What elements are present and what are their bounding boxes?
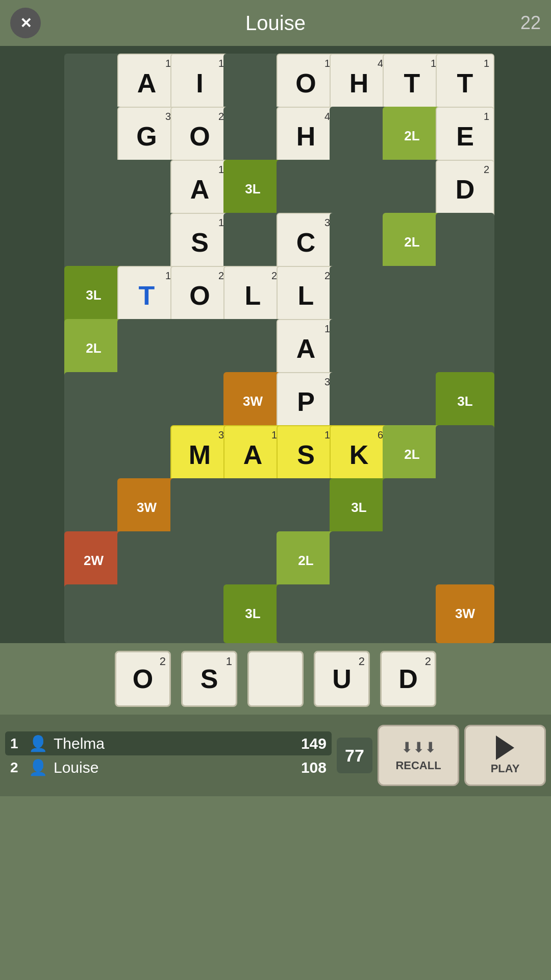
board-cell-1-5[interactable]: [330, 107, 388, 165]
rack-tile-3[interactable]: U2: [314, 651, 370, 707]
board-cell-1-3[interactable]: [223, 107, 282, 165]
board-cell-3-0[interactable]: [64, 213, 123, 272]
board-cell-2-6[interactable]: [383, 160, 441, 218]
board-cell-10-2[interactable]: [170, 584, 229, 643]
board-cell-7-4[interactable]: S1: [277, 425, 335, 484]
board-cell-10-4[interactable]: [277, 584, 335, 643]
rack-tile-1[interactable]: S1: [181, 651, 237, 707]
board-cell-9-3[interactable]: [223, 531, 282, 590]
board-cell-9-7[interactable]: [436, 531, 494, 590]
board-cell-3-5[interactable]: [330, 213, 388, 272]
recall-button[interactable]: ⬇⬇⬇ RECALL: [378, 725, 459, 786]
board-cell-6-3[interactable]: 3W: [223, 372, 282, 431]
board-cell-10-6[interactable]: [383, 584, 441, 643]
board-cell-7-5[interactable]: K6: [330, 425, 388, 484]
board-cell-4-4[interactable]: L2: [277, 266, 335, 325]
board-cell-7-7[interactable]: [436, 425, 494, 484]
board-cell-5-7[interactable]: [436, 319, 494, 378]
board-cell-7-0[interactable]: [64, 425, 123, 484]
board-cell-2-1[interactable]: [117, 160, 176, 218]
board-cell-5-5[interactable]: [330, 319, 388, 378]
board-cell-0-2[interactable]: I1: [170, 54, 229, 112]
board-cell-1-0[interactable]: [64, 107, 123, 165]
board-cell-10-5[interactable]: [330, 584, 388, 643]
board-cell-6-6[interactable]: [383, 372, 441, 431]
board-cell-10-7[interactable]: 3W: [436, 584, 494, 643]
board-cell-1-1[interactable]: G3: [117, 107, 176, 165]
board-cell-8-0[interactable]: [64, 478, 123, 537]
board-cell-0-6[interactable]: T1: [383, 54, 441, 112]
board-cell-2-5[interactable]: [330, 160, 388, 218]
board-cell-9-2[interactable]: [170, 531, 229, 590]
board-cell-0-0[interactable]: [64, 54, 123, 112]
board-cell-10-1[interactable]: [117, 584, 176, 643]
board-cell-1-6[interactable]: 2L: [383, 107, 441, 165]
board-cell-7-2[interactable]: M3: [170, 425, 229, 484]
rack-tile-letter-4: D: [398, 666, 418, 692]
board-cell-6-4[interactable]: P3: [277, 372, 335, 431]
board-cell-3-7[interactable]: [436, 213, 494, 272]
rack-tile-0[interactable]: O2: [115, 651, 171, 707]
board-cell-5-1[interactable]: [117, 319, 176, 378]
board-cell-5-0[interactable]: 2L: [64, 319, 123, 378]
close-button[interactable]: [10, 8, 41, 38]
board-cell-4-5[interactable]: [330, 266, 388, 325]
bonus-label-6-3: 3W: [243, 394, 263, 409]
board-cell-8-7[interactable]: [436, 478, 494, 537]
board-cell-5-4[interactable]: A1: [277, 319, 335, 378]
board-cell-1-7[interactable]: E1: [436, 107, 494, 165]
rack-tile-4[interactable]: D2: [380, 651, 436, 707]
board-cell-6-5[interactable]: [330, 372, 388, 431]
board-cell-7-1[interactable]: [117, 425, 176, 484]
board-cell-8-3[interactable]: [223, 478, 282, 537]
board-cell-0-5[interactable]: H4: [330, 54, 388, 112]
board-cell-3-3[interactable]: [223, 213, 282, 272]
board-cell-4-3[interactable]: L2: [223, 266, 282, 325]
board-cell-6-0[interactable]: [64, 372, 123, 431]
board-cell-0-3[interactable]: [223, 54, 282, 112]
board-cell-4-7[interactable]: [436, 266, 494, 325]
board-cell-4-2[interactable]: O2: [170, 266, 229, 325]
board-cell-10-3[interactable]: 3L: [223, 584, 282, 643]
board-cell-10-0[interactable]: [64, 584, 123, 643]
board-cell-2-2[interactable]: A1: [170, 160, 229, 218]
board-cell-8-5[interactable]: 3L: [330, 478, 388, 537]
board-cell-4-0[interactable]: 3L: [64, 266, 123, 325]
rack-tile-2[interactable]: [247, 651, 304, 707]
board-cell-7-3[interactable]: A1: [223, 425, 282, 484]
board-cell-1-2[interactable]: O2: [170, 107, 229, 165]
board-cell-0-1[interactable]: A1: [117, 54, 176, 112]
board-cell-0-7[interactable]: T1: [436, 54, 494, 112]
board-cell-7-6[interactable]: 2L: [383, 425, 441, 484]
board-cell-9-5[interactable]: [330, 531, 388, 590]
board-cell-6-1[interactable]: [117, 372, 176, 431]
board-cell-3-4[interactable]: C3: [277, 213, 335, 272]
board-cell-2-3[interactable]: 3L: [223, 160, 282, 218]
tile-letter-2-2: A: [190, 176, 210, 203]
board-cell-8-4[interactable]: [277, 478, 335, 537]
board-cell-3-2[interactable]: S1: [170, 213, 229, 272]
board-cell-3-1[interactable]: [117, 213, 176, 272]
board-cell-0-4[interactable]: O1: [277, 54, 335, 112]
board-cell-6-2[interactable]: [170, 372, 229, 431]
board-cell-9-6[interactable]: [383, 531, 441, 590]
board-cell-2-7[interactable]: D2: [436, 160, 494, 218]
board-cell-5-2[interactable]: [170, 319, 229, 378]
board-cell-9-0[interactable]: 2W: [64, 531, 123, 590]
board-cell-9-4[interactable]: 2L: [277, 531, 335, 590]
board-cell-5-3[interactable]: [223, 319, 282, 378]
tile-letter-0-7: T: [457, 70, 473, 96]
board-cell-3-6[interactable]: 2L: [383, 213, 441, 272]
board-cell-4-6[interactable]: [383, 266, 441, 325]
board-cell-2-0[interactable]: [64, 160, 123, 218]
board-cell-1-4[interactable]: H4: [277, 107, 335, 165]
board-cell-9-1[interactable]: [117, 531, 176, 590]
board-cell-6-7[interactable]: 3L: [436, 372, 494, 431]
play-button[interactable]: PLAY: [464, 725, 546, 786]
board-cell-8-6[interactable]: [383, 478, 441, 537]
board-cell-8-1[interactable]: 3W: [117, 478, 176, 537]
board-cell-8-2[interactable]: [170, 478, 229, 537]
board-cell-5-6[interactable]: [383, 319, 441, 378]
board-cell-4-1[interactable]: T1: [117, 266, 176, 325]
board-cell-2-4[interactable]: [277, 160, 335, 218]
